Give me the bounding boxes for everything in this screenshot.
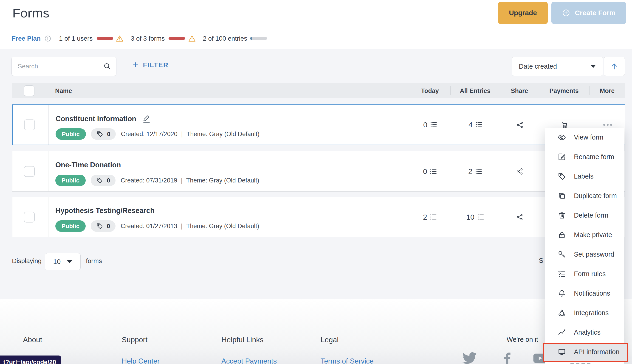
table-header: Name Today All Entries Share Payments Mo… <box>12 83 625 98</box>
page-size-select[interactable]: 10 <box>45 253 81 270</box>
info-icon[interactable] <box>44 35 52 42</box>
status-badge: Public <box>55 220 86 232</box>
menu-item-duplicate-form[interactable]: Duplicate form <box>545 186 624 206</box>
plan-name-link[interactable]: Free Plan <box>12 35 41 42</box>
column-payments: Payments <box>549 87 579 94</box>
forms-usage-label: 3 of 3 forms <box>131 35 165 42</box>
plan-usage-bar: Free Plan 1 of 1 users 3 of 3 forms 2 of… <box>0 28 632 49</box>
key-icon <box>557 250 566 259</box>
forms-usage-meter <box>169 37 185 40</box>
menu-item-set-password[interactable]: Set password <box>545 245 624 264</box>
share-button[interactable] <box>516 168 524 175</box>
terms-of-service-link[interactable]: Terms of Service <box>321 357 374 364</box>
more-actions-button[interactable] <box>603 124 612 126</box>
plus-circle-icon <box>562 9 570 17</box>
column-today: Today <box>421 87 439 94</box>
share-icon <box>516 168 524 175</box>
labels-pill[interactable]: 0 <box>91 175 116 186</box>
menu-item-analytics[interactable]: Analytics <box>545 323 624 342</box>
menu-item-make-private[interactable]: Make private <box>545 225 624 245</box>
twitter-icon[interactable] <box>462 351 477 364</box>
footer-heading-legal: Legal <box>321 336 338 344</box>
search-input[interactable] <box>12 57 117 76</box>
plus-icon: + <box>133 60 139 70</box>
menu-item-rename-form[interactable]: Rename form <box>545 147 624 166</box>
search-box <box>12 57 117 76</box>
bell-icon <box>557 289 566 298</box>
table-row: Hypothesis Testing/Research Public 0 Cre… <box>12 197 625 237</box>
list-icon <box>429 168 437 175</box>
trash-icon <box>557 211 566 220</box>
tag-icon <box>96 222 103 230</box>
displaying-label: Displaying <box>12 257 42 264</box>
forms-table: Name Today All Entries Share Payments Mo… <box>12 83 625 237</box>
ellipsis-icon <box>603 124 612 126</box>
facebook-icon[interactable] <box>500 351 514 364</box>
today-entries-count[interactable]: 0 <box>423 167 437 176</box>
chevron-down-icon <box>67 260 72 263</box>
forms-label: forms <box>86 257 102 264</box>
labels-pill[interactable]: 0 <box>91 128 116 140</box>
filter-button[interactable]: + FILTER <box>133 60 169 70</box>
checklist-icon <box>557 270 566 278</box>
footer-heading-support: Support <box>122 336 148 344</box>
all-entries-count[interactable]: 2 <box>468 167 482 176</box>
row-checkbox[interactable] <box>24 212 35 222</box>
chevron-down-icon <box>590 65 596 68</box>
today-entries-count[interactable]: 2 <box>423 213 437 221</box>
filter-label: FILTER <box>143 61 169 69</box>
menu-item-view-form[interactable]: View form <box>545 128 624 147</box>
menu-item-integrations[interactable]: Integrations <box>545 303 624 323</box>
entries-usage-label: 2 of 100 entries <box>203 35 247 42</box>
theme-name: Theme: Gray (Old Default) <box>186 177 259 184</box>
all-entries-count[interactable]: 4 <box>468 120 483 129</box>
share-icon <box>516 213 524 221</box>
row-checkbox[interactable] <box>24 119 35 130</box>
select-all-checkbox[interactable] <box>24 86 35 96</box>
labels-pill[interactable]: 0 <box>91 220 116 232</box>
footer-heading-about: About <box>23 336 42 344</box>
status-badge: Public <box>56 128 86 140</box>
clipped-next-item-icon <box>570 362 590 364</box>
created-date: Created: 01/27/2013 <box>121 222 177 230</box>
menu-item-notifications[interactable]: Notifications <box>545 284 624 303</box>
footer: About Support Helpful Links Legal Help C… <box>0 299 632 364</box>
share-button[interactable] <box>516 121 524 129</box>
monitor-icon <box>557 348 566 356</box>
sort-dropdown[interactable]: Date created <box>512 57 603 76</box>
form-name-link[interactable]: One-Time Donation <box>55 161 121 169</box>
theme-name: Theme: Gray (Old Default) <box>187 130 260 138</box>
search-icon[interactable] <box>103 62 111 70</box>
lock-icon <box>557 231 566 239</box>
table-row: Constituent Information Public 0 Created… <box>12 104 625 145</box>
edit-name-icon[interactable] <box>142 114 151 123</box>
column-share: Share <box>511 87 528 94</box>
menu-item-labels[interactable]: Labels <box>545 166 624 186</box>
column-more: More <box>600 87 615 94</box>
eye-icon <box>557 133 566 142</box>
row-checkbox[interactable] <box>24 166 35 177</box>
menu-item-delete-form[interactable]: Delete form <box>545 206 624 225</box>
today-entries-count[interactable]: 0 <box>423 120 437 129</box>
accept-payments-link[interactable]: Accept Payments <box>221 357 277 364</box>
column-all-entries: All Entries <box>460 87 490 94</box>
menu-item-api-information[interactable]: API information <box>545 342 624 362</box>
create-form-button[interactable]: Create Form <box>551 2 626 24</box>
warning-icon <box>188 35 196 42</box>
theme-name: Theme: Gray (Old Default) <box>186 222 259 230</box>
tag-icon <box>97 130 103 138</box>
list-icon <box>430 121 437 129</box>
all-entries-count[interactable]: 10 <box>466 213 484 221</box>
form-name-link[interactable]: Constituent Information <box>56 114 151 123</box>
tag-icon <box>96 177 103 184</box>
share-button[interactable] <box>516 213 524 221</box>
page-title: Forms <box>13 6 49 20</box>
sort-value: Date created <box>519 63 557 70</box>
rename-icon <box>557 152 566 161</box>
created-date: Created: 07/31/2019 <box>121 177 177 184</box>
help-center-link[interactable]: Help Center <box>122 357 160 364</box>
form-name-link[interactable]: Hypothesis Testing/Research <box>55 206 155 215</box>
sort-direction-button[interactable] <box>604 57 625 76</box>
upgrade-button[interactable]: Upgrade <box>498 2 548 24</box>
menu-item-form-rules[interactable]: Form rules <box>545 264 624 284</box>
